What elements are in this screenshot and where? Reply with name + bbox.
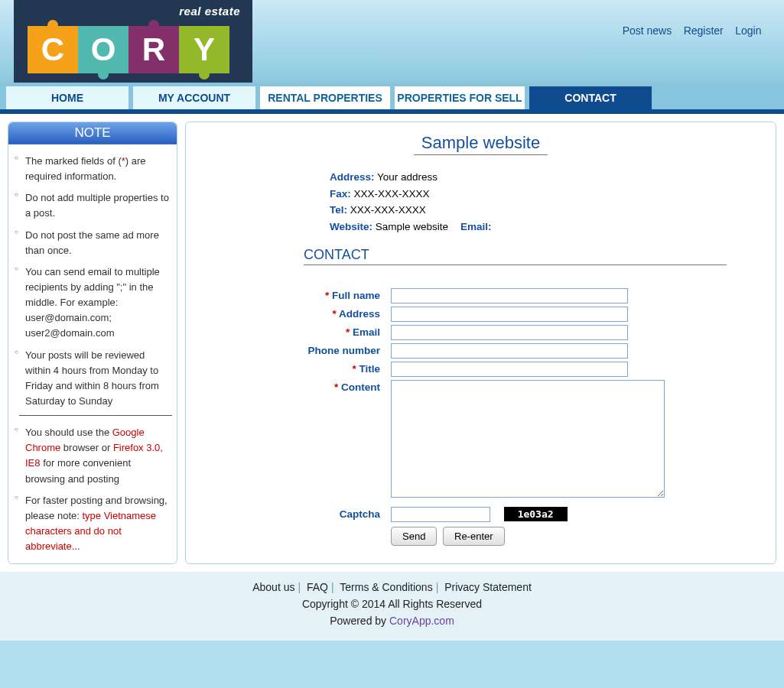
title-input[interactable]	[391, 362, 628, 377]
main-nav: HOME MY ACCOUNT RENTAL PROPERTIES PROPER…	[6, 86, 778, 109]
note-item: The marked fields of (*) are required in…	[15, 151, 171, 187]
address-input[interactable]	[391, 307, 628, 322]
email-label: Email:	[460, 221, 492, 232]
send-button[interactable]: Send	[391, 527, 437, 546]
logo-puzzle: C O R Y	[28, 26, 229, 73]
phone-label: Phone number	[204, 343, 391, 356]
title-label: * Title	[204, 362, 391, 375]
note-item: Your posts will be reviewed within 4 hou…	[15, 345, 171, 413]
captcha-image: 1e03a2	[504, 507, 568, 521]
section-title: CONTACT	[304, 247, 757, 263]
post-news-link[interactable]: Post news	[623, 24, 672, 37]
coryapp-link[interactable]: CoryApp.com	[389, 615, 454, 627]
nav-my-account[interactable]: MY ACCOUNT	[133, 86, 255, 109]
fullname-label: * Full name	[204, 288, 391, 301]
website-label: Website:	[330, 221, 372, 232]
note-item: For faster posting and browsing, please …	[15, 490, 171, 558]
address-field-label: * Address	[204, 307, 391, 320]
fullname-input[interactable]	[391, 288, 628, 303]
captcha-input[interactable]	[391, 507, 490, 522]
main-panel: Sample website Address: Your address Fax…	[185, 122, 776, 564]
footer-terms[interactable]: Terms & Conditions	[340, 581, 432, 593]
fax-label: Fax:	[330, 188, 351, 200]
tel-value: XXX-XXX-XXXX	[350, 204, 426, 216]
phone-input[interactable]	[391, 343, 628, 359]
sidebar-title: NOTE	[8, 122, 177, 144]
logo-subtitle: real estate	[179, 5, 240, 18]
note-item: You should use the Google Chrome browser…	[15, 422, 171, 490]
content-label: * Content	[204, 380, 391, 393]
nav-contact[interactable]: CONTACT	[529, 86, 652, 109]
note-item: You can send email to multiple recipient…	[15, 261, 171, 345]
login-link[interactable]: Login	[735, 24, 761, 37]
page-title: Sample website	[414, 133, 548, 155]
footer: About us| FAQ| Terms & Conditions| Priva…	[0, 572, 784, 641]
copyright: Copyright © 2014 All Rights Reserved	[0, 598, 784, 610]
note-item: Do not post the same ad more than once.	[15, 225, 171, 261]
address-label: Address:	[330, 171, 375, 183]
contact-info: Address: Your address Fax: XXX-XXX-XXXX …	[330, 169, 757, 235]
fax-value: XXX-XXX-XXXX	[354, 188, 430, 200]
footer-privacy[interactable]: Privacy Statement	[444, 581, 532, 593]
top-links: Post news | Register | Login |	[623, 24, 770, 37]
content-textarea[interactable]	[391, 380, 665, 498]
nav-for-sell[interactable]: PROPERTIES FOR SELL	[395, 86, 525, 109]
email-input[interactable]	[391, 325, 628, 340]
register-link[interactable]: Register	[684, 24, 724, 37]
logo[interactable]: real estate C O R Y	[14, 0, 252, 83]
email-field-label: * Email	[204, 325, 391, 338]
footer-faq[interactable]: FAQ	[307, 581, 328, 593]
reenter-button[interactable]: Re-enter	[443, 527, 505, 546]
address-value: Your address	[377, 171, 438, 183]
nav-rental[interactable]: RENTAL PROPERTIES	[260, 86, 390, 109]
sidebar-note: NOTE The marked fields of (*) are requir…	[8, 122, 177, 564]
nav-home[interactable]: HOME	[6, 86, 128, 109]
note-item: Do not add multiple properties to a post…	[15, 187, 171, 224]
website-value: Sample website	[376, 221, 448, 232]
footer-about[interactable]: About us	[252, 581, 294, 593]
tel-label: Tel:	[330, 204, 347, 216]
captcha-label: Captcha	[204, 507, 391, 520]
